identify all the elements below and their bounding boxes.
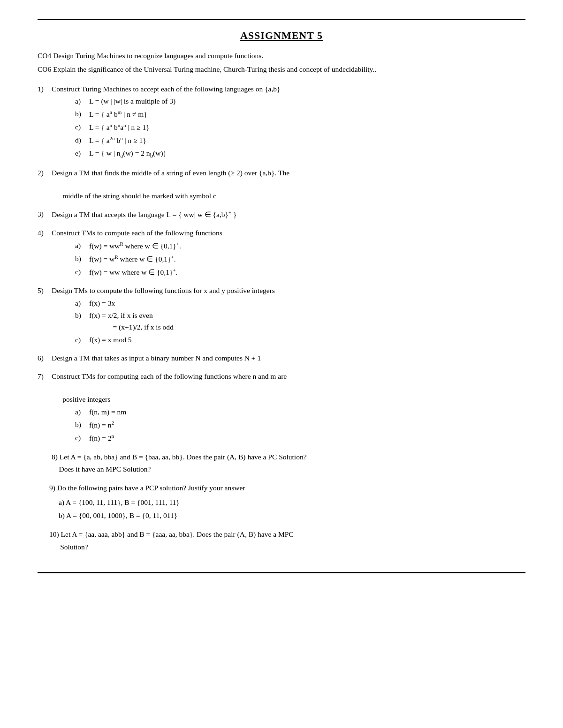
q7-sub-c-label: c) — [75, 432, 89, 444]
question-5: 5) Design TMs to compute the following f… — [38, 285, 525, 346]
q7-sub-c: c) f(n) = 2n — [75, 432, 525, 444]
q1-sub-e: e) L = { w | na(w) = 2 nb(w)} — [75, 148, 525, 161]
q2-num: 2) — [38, 167, 52, 179]
question-9: 9) Do the following pairs have a PCP sol… — [38, 482, 525, 522]
page: ASSIGNMENT 5 CO4 Design Turing Machines … — [0, 0, 563, 728]
question-4: 4) Construct TMs to compute each of the … — [38, 227, 525, 278]
q10-block: 10) Let A = {aa, aaa, abb} and B = {aaa,… — [49, 528, 525, 553]
q4-text: Construct TMs to compute each of the fol… — [52, 227, 525, 239]
question-4-main: 4) Construct TMs to compute each of the … — [38, 227, 525, 239]
q5-sub-b-label: b) — [75, 310, 89, 322]
q10-text: 10) Let A = {aa, aaa, abb} and B = {aaa,… — [49, 530, 294, 550]
q1-subs: a) L = (w | |w| is a multiple of 3) b) L… — [75, 96, 525, 160]
q1-sub-c: c) L = { an bnan | n ≥ 1} — [75, 121, 525, 134]
q4-sub-a: a) f(w) = wwR where w ∈ {0,1}+. — [75, 240, 525, 252]
question-1: 1) Construct Turing Machines to accept e… — [38, 83, 525, 161]
q5-text: Design TMs to compute the following func… — [52, 285, 525, 297]
q8-block: 8) Let A = {a, ab, bba} and B = {baa, aa… — [52, 451, 525, 476]
bottom-border — [38, 572, 525, 573]
q1-sub-b-label: b) — [75, 108, 89, 120]
q1-sub-b-text: L = { an bm | n ≠ m} — [89, 108, 525, 120]
question-6: 6) Design a TM that takes as input a bin… — [38, 353, 525, 364]
q9-block: 9) Do the following pairs have a PCP sol… — [49, 482, 525, 522]
question-7: 7) Construct TMs for computing each of t… — [38, 371, 525, 444]
q5-sub-a: a) f(x) = 3x — [75, 298, 525, 309]
q1-num: 1) — [38, 83, 52, 95]
q4-sub-a-text: f(w) = wwR where w ∈ {0,1}+. — [89, 240, 525, 252]
question-2: 2) Design a TM that finds the middle of … — [38, 167, 525, 202]
q7-text: Construct TMs for computing each of the … — [52, 371, 525, 405]
question-7-main: 7) Construct TMs for computing each of t… — [38, 371, 525, 405]
q5-num: 5) — [38, 285, 52, 297]
q1-sub-d-label: d) — [75, 135, 89, 146]
q7-sub-a-label: a) — [75, 406, 89, 418]
q3-num: 3) — [38, 209, 52, 220]
q7-sub-b: b) f(n) = n2 — [75, 419, 525, 431]
q5-sub-c-text: f(x) = x mod 5 — [89, 334, 525, 346]
q1-sub-c-text: L = { an bnan | n ≥ 1} — [89, 121, 525, 134]
question-3-main: 3) Design a TM that accepts the language… — [38, 209, 525, 221]
q4-sub-b-label: b) — [75, 253, 89, 265]
q4-sub-b-text: f(w) = wR where w ∈ {0,1}+. — [89, 253, 525, 265]
q7-sub-c-text: f(n) = 2n — [89, 432, 525, 444]
q4-sub-c: c) f(w) = ww where w ∈ {0,1}+. — [75, 266, 525, 278]
q5-sub-b: b) f(x) = x/2, if x is even = (x+1)/2, i… — [75, 310, 525, 333]
q4-subs: a) f(w) = wwR where w ∈ {0,1}+. b) f(w) … — [75, 240, 525, 278]
q4-sub-c-text: f(w) = ww where w ∈ {0,1}+. — [89, 266, 525, 278]
q5-sub-c: c) f(x) = x mod 5 — [75, 334, 525, 346]
question-3: 3) Design a TM that accepts the language… — [38, 209, 525, 221]
q5-sub-a-text: f(x) = 3x — [89, 298, 525, 309]
q1-sub-b: b) L = { an bm | n ≠ m} — [75, 108, 525, 120]
top-border — [38, 19, 525, 20]
q4-sub-c-label: c) — [75, 266, 89, 278]
q1-sub-d: d) L = { a2n bn | n ≥ 1} — [75, 135, 525, 147]
q4-sub-b: b) f(w) = wR where w ∈ {0,1}+. — [75, 253, 525, 265]
question-10: 10) Let A = {aa, aaa, abb} and B = {aaa,… — [38, 528, 525, 553]
q4-sub-a-label: a) — [75, 240, 89, 252]
q7-subs: a) f(n, m) = nm b) f(n) = n2 c) f(n) = 2… — [75, 406, 525, 444]
q2-text: Design a TM that finds the middle of a s… — [52, 167, 525, 202]
question-5-main: 5) Design TMs to compute the following f… — [38, 285, 525, 297]
q1-sub-c-label: c) — [75, 121, 89, 133]
q5-sub-a-label: a) — [75, 298, 89, 309]
page-title: ASSIGNMENT 5 — [38, 30, 525, 42]
q9-sub-a: a) A = {100, 11, 111}, B = {001, 111, 11… — [59, 496, 525, 509]
q9-sub-b: b) A = {00, 001, 1000}, B = {0, 11, 011} — [59, 510, 525, 522]
q3-text: Design a TM that accepts the language L … — [52, 209, 525, 221]
q7-sub-a: a) f(n, m) = nm — [75, 406, 525, 418]
question-8: 8) Let A = {a, ab, bba} and B = {baa, aa… — [38, 451, 525, 476]
q5-sub-c-label: c) — [75, 334, 89, 346]
q1-sub-e-label: e) — [75, 148, 89, 159]
q6-text: Design a TM that takes as input a binary… — [52, 353, 525, 364]
question-6-main: 6) Design a TM that takes as input a bin… — [38, 353, 525, 364]
questions-section: 1) Construct Turing Machines to accept e… — [38, 83, 525, 554]
question-2-main: 2) Design a TM that finds the middle of … — [38, 167, 525, 202]
q7-sub-b-label: b) — [75, 419, 89, 431]
q4-num: 4) — [38, 227, 52, 239]
q7-sub-b-text: f(n) = n2 — [89, 419, 525, 431]
co4-line: CO4 Design Turing Machines to recognize … — [38, 50, 525, 61]
q1-sub-a-label: a) — [75, 96, 89, 107]
q7-sub-a-text: f(n, m) = nm — [89, 406, 525, 418]
q5-sub-b-text: f(x) = x/2, if x is even = (x+1)/2, if x… — [89, 310, 525, 333]
q6-num: 6) — [38, 353, 52, 364]
q9-text: 9) Do the following pairs have a PCP sol… — [49, 482, 525, 494]
q1-sub-a: a) L = (w | |w| is a multiple of 3) — [75, 96, 525, 107]
q1-sub-a-text: L = (w | |w| is a multiple of 3) — [89, 96, 525, 107]
q1-sub-e-text: L = { w | na(w) = 2 nb(w)} — [89, 148, 525, 161]
q1-sub-d-text: L = { a2n bn | n ≥ 1} — [89, 135, 525, 147]
q8-text: 8) Let A = {a, ab, bba} and B = {baa, aa… — [52, 453, 307, 473]
co6-line: CO6 Explain the significance of the Univ… — [38, 64, 525, 75]
question-1-main: 1) Construct Turing Machines to accept e… — [38, 83, 525, 95]
q5-subs: a) f(x) = 3x b) f(x) = x/2, if x is even… — [75, 298, 525, 346]
q7-num: 7) — [38, 371, 52, 383]
q1-text: Construct Turing Machines to accept each… — [52, 83, 525, 95]
